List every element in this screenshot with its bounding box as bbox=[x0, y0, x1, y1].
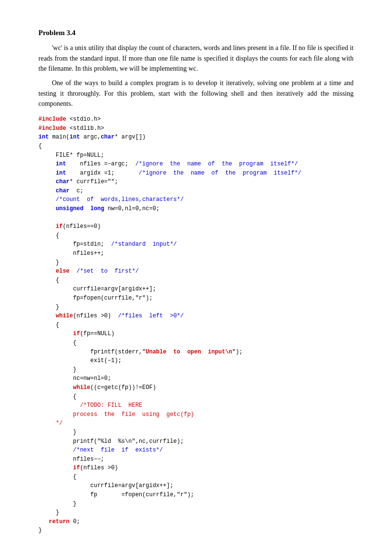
problem-section: Problem 3.4 'wc' is a unix utility that … bbox=[38, 29, 354, 540]
code-block: #include <stdio.h> #include <stdlib.h> i… bbox=[38, 115, 354, 535]
paragraph-2: One of the ways to build a complex progr… bbox=[38, 78, 354, 109]
paragraph-1: 'wc' is a unix utility that display the … bbox=[38, 43, 354, 74]
problem-title: Problem 3.4 bbox=[38, 29, 354, 37]
